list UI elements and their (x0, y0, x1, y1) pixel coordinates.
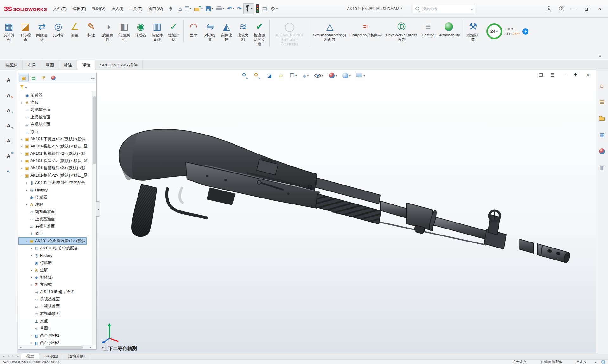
tree-expand-icon[interactable] (29, 247, 34, 250)
appearances-tab[interactable] (597, 147, 607, 156)
tree-item[interactable]: 右视基准面 (18, 310, 61, 317)
tree-expand-icon[interactable] (29, 269, 34, 272)
tree-expand-icon[interactable] (29, 254, 34, 257)
tree-item[interactable]: 草图1 (18, 325, 52, 332)
view-palette-tab[interactable] (597, 130, 607, 139)
view-orientation-button[interactable] (289, 71, 298, 80)
pane-scroll-left-icon[interactable] (91, 75, 93, 81)
configurationmanager-tab[interactable] (39, 74, 48, 82)
hole-alignment-button[interactable]: 孔对齐 (50, 20, 67, 38)
filter-button[interactable] (20, 84, 27, 90)
sensor-button[interactable]: 传感器 (132, 20, 149, 38)
scrollbar-thumb[interactable] (93, 96, 96, 164)
tree-horizontal-scrollbar[interactable]: ◂ ▸ (18, 345, 93, 349)
doc-cascade-button[interactable] (549, 72, 556, 78)
tree-item[interactable]: 注解 (18, 99, 40, 106)
tab-prev-button[interactable] (6, 355, 10, 358)
tree-item[interactable]: 注解 (18, 267, 49, 274)
tree-item[interactable]: AK101-枪托 中的配合 (18, 245, 80, 252)
menu-item[interactable]: 插入(I) (108, 4, 126, 14)
user-account-button[interactable] (543, 3, 555, 15)
model-tab[interactable]: 运动算例1 (63, 353, 91, 359)
tree-item[interactable]: 传感器 (18, 92, 44, 99)
tree-expand-icon[interactable] (25, 240, 29, 242)
model-ak101-assembly[interactable] (111, 125, 577, 302)
commandmanager-tab[interactable]: SOLIDWORKS 插件 (95, 60, 143, 70)
customize-arrow-icon[interactable] (595, 360, 596, 364)
tree-expand-icon[interactable] (25, 181, 29, 184)
minimize-button[interactable] (568, 3, 581, 15)
tree-expand-icon[interactable] (25, 189, 29, 191)
tree-item[interactable]: 前视基准面 (18, 106, 52, 114)
hyperlink-button[interactable] (3, 166, 14, 176)
tree-expand-icon[interactable] (25, 203, 29, 206)
symmetry-check-button[interactable]: 对称检查 (202, 20, 218, 42)
3dexperience-simulation-button[interactable]: 3DEXPERIENCE Simulation Connector (271, 20, 310, 47)
scroll-right-icon[interactable]: ▸ (88, 346, 93, 349)
ribbon-collapse-button[interactable] (597, 53, 604, 58)
rebuild-button[interactable] (254, 3, 261, 14)
doc-new-window-button[interactable] (537, 72, 544, 78)
select-note-button[interactable] (3, 120, 14, 130)
menu-item[interactable]: 编辑(E) (69, 4, 89, 14)
tree-expand-icon[interactable] (20, 160, 24, 162)
assembly-visualization-button[interactable]: 装配体直观 (149, 20, 165, 42)
tree-item[interactable]: AK101-扳机组件<2> (默认) <默 (18, 150, 87, 157)
model-tab[interactable]: 3D 视图 (39, 353, 63, 359)
section-properties-button[interactable]: 剖面属性 (116, 20, 132, 42)
pane-scroll-right-icon[interactable] (93, 75, 95, 81)
tab-next-button[interactable] (10, 355, 15, 358)
tree-item[interactable]: 前视基准面 (18, 208, 57, 216)
doc-close-button[interactable] (584, 72, 591, 78)
interference-detection-button[interactable]: 干涉检查 (17, 20, 34, 42)
linked-note-button[interactable] (3, 151, 14, 161)
redo-button[interactable] (235, 3, 243, 14)
tree-item[interactable]: History (18, 252, 54, 259)
commandmanager-tab[interactable]: 标注 (59, 60, 77, 70)
model-muzzle-brake[interactable] (537, 244, 571, 263)
undo-button[interactable] (226, 3, 235, 14)
sustainability-button[interactable]: Sustainability (436, 20, 463, 38)
tree-item[interactable]: 方程式 (18, 281, 54, 288)
check-active-document-button[interactable]: 检查激活的文档 (251, 20, 270, 47)
model-tab[interactable]: 模型 (21, 353, 39, 359)
tree-item[interactable]: 上视基准面 (18, 114, 52, 121)
tree-item[interactable]: 传感器 (18, 259, 54, 267)
graphics-viewport[interactable]: *上下二等角轴测 (17, 70, 596, 353)
model-trigger-guard[interactable] (167, 188, 207, 218)
hide-show-button[interactable] (313, 71, 324, 80)
menu-item[interactable]: 文件(F) (50, 4, 70, 14)
commandmanager-tab[interactable]: 装配体 (1, 60, 23, 70)
tree-item[interactable]: AK101-枪管组件<2> (默认) <默 (18, 165, 87, 172)
edit-appearance-button[interactable] (328, 71, 338, 80)
note-button[interactable] (3, 75, 14, 85)
tree-item[interactable]: History (18, 186, 49, 194)
tree-item[interactable]: 凸台-拉伸2 (18, 339, 61, 345)
resources-tab[interactable] (597, 81, 607, 90)
tree-expand-icon[interactable] (20, 138, 24, 141)
apply-scene-button[interactable] (342, 71, 351, 80)
menubar-pin-icon[interactable] (169, 6, 173, 11)
dynamic-annotation-button[interactable] (277, 71, 285, 80)
markup-button[interactable]: 标注 (83, 20, 99, 38)
simulationxpress-button[interactable]: SimulationXpress分析向导 (311, 20, 348, 42)
tree-expand-icon[interactable] (20, 152, 24, 155)
compare-bodies-button[interactable]: 实体比较 (218, 20, 235, 42)
options-button[interactable] (269, 3, 279, 14)
tree-item[interactable]: 上视基准面 (18, 216, 57, 223)
tree-vertical-scrollbar[interactable] (92, 91, 96, 345)
model-pistol-grip[interactable] (132, 184, 157, 236)
close-button[interactable] (593, 3, 606, 15)
tree-expand-icon[interactable] (20, 174, 24, 177)
tree-expand-icon[interactable] (29, 283, 34, 286)
open-button[interactable] (193, 3, 204, 14)
tree-item[interactable]: 右视基准面 (18, 121, 52, 128)
search-box[interactable] (413, 5, 475, 13)
file-explorer-tab[interactable] (597, 114, 607, 123)
section-view-button[interactable] (265, 71, 273, 80)
tree-item[interactable]: 凸台-拉伸1 (18, 332, 61, 339)
tree-item[interactable]: AK101-保险<1> (默认) <默认_显 (18, 157, 89, 165)
doc-restore-button[interactable] (573, 72, 579, 78)
menu-item[interactable]: 窗口(W) (145, 4, 166, 14)
menu-item[interactable]: 工具(T) (126, 4, 145, 14)
